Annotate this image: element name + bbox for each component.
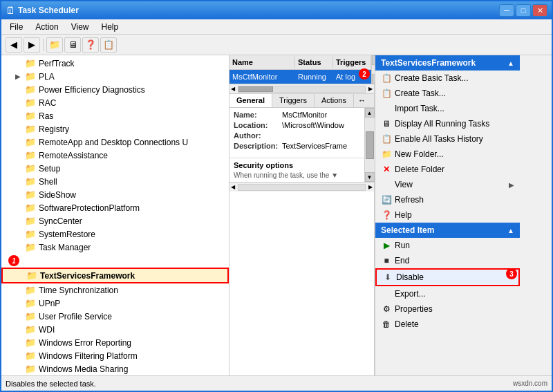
menu-file[interactable]: File <box>4 21 28 33</box>
tab-general[interactable]: General <box>229 94 272 107</box>
detail-row-desc: Description: TextServicesFrame <box>234 142 360 150</box>
security-title: Security options <box>234 161 360 169</box>
tab-more[interactable]: ↔ <box>354 94 370 107</box>
hscroll-right[interactable]: ▶ <box>367 86 374 92</box>
tree-item[interactable]: 📁 Time Synchronization <box>1 283 229 297</box>
tree-item[interactable]: 📁 Windows Filtering Platform <box>1 349 229 362</box>
detail-hscroll[interactable]: ◀ ▶ <box>229 182 374 192</box>
menu-view[interactable]: View <box>66 21 95 33</box>
tree-item-textservices[interactable]: 📁 TextServicesFramework <box>1 268 229 283</box>
help-button[interactable]: ❓ <box>82 37 99 53</box>
screen-button[interactable]: 🖥 <box>64 37 81 53</box>
vscroll-track[interactable] <box>365 118 375 172</box>
hscroll-track[interactable] <box>238 184 366 191</box>
tree-item[interactable]: 📁 WDI <box>1 323 229 336</box>
tree-item[interactable]: 📁 UPnP <box>1 297 229 310</box>
action-icon-run: ▶ <box>381 240 392 251</box>
collapse-icon-2[interactable]: ▲ <box>507 227 514 234</box>
tree-item[interactable]: 📁 Task Manager <box>1 241 229 254</box>
action-icon-view <box>381 179 392 190</box>
folder-icon: 📁 <box>25 150 36 160</box>
detail-fields: Name: MsCtfMonitor Location: \Microsoft\… <box>229 108 364 182</box>
tree-item-label: SystemRestore <box>39 230 95 239</box>
folder-icon: 📁 <box>25 176 36 187</box>
tree-item[interactable]: 📁 Windows Error Reporting <box>1 336 229 349</box>
folder-icon: 📁 <box>25 298 36 308</box>
tree-item[interactable]: 📁 Windows Media Sharing <box>1 362 229 375</box>
vscroll-down[interactable]: ▼ <box>365 172 375 182</box>
folder-button[interactable]: 📁 <box>46 37 63 53</box>
action-end[interactable]: ■ End <box>375 253 520 268</box>
action-new-folder[interactable]: 📁 New Folder... <box>375 147 520 162</box>
tree-item[interactable]: 📁 Power Efficiency Diagnostics <box>1 83 229 96</box>
folder-icon: 📁 <box>25 97 36 108</box>
action-create-basic[interactable]: 📋 Create Basic Task... <box>375 71 520 86</box>
col-name: Name <box>229 57 295 68</box>
action-create-task[interactable]: 📋 Create Task... <box>375 86 520 101</box>
tree-item[interactable]: 📁 RemoteAssistance <box>1 149 229 162</box>
detail-value-name: MsCtfMonitor <box>282 111 327 119</box>
tab-bar: General Triggers Actions ↔ <box>229 94 374 108</box>
minimize-button[interactable]: ─ <box>499 4 514 17</box>
hscroll-track[interactable] <box>238 86 366 93</box>
hscroll-right[interactable]: ▶ <box>367 184 374 190</box>
action-delete-folder[interactable]: ✕ Delete Folder <box>375 162 520 177</box>
folder-icon: 📁 <box>25 364 36 374</box>
tree-item-label: PerfTrack <box>39 59 75 68</box>
tree-item-label: Registry <box>39 124 69 134</box>
task-row-msctfmonitor[interactable]: MsCtfMonitor Running At log <box>229 70 371 84</box>
action-refresh[interactable]: 🔄 Refresh <box>375 192 520 207</box>
detail-row-author: Author: <box>234 131 360 140</box>
tree-item[interactable]: 📁 User Profile Service <box>1 310 229 323</box>
action-help[interactable]: ❓ Help <box>375 207 520 223</box>
close-button[interactable]: ✕ <box>532 4 547 17</box>
action-import[interactable]: Import Task... <box>375 101 520 116</box>
tree-item[interactable]: 📁 SystemRestore <box>1 227 229 241</box>
clipboard-button[interactable]: 📋 <box>100 37 117 53</box>
action-icon-properties: ⚙ <box>381 304 392 315</box>
action-view[interactable]: View ▶ <box>375 177 520 192</box>
tree-item[interactable]: 📁 SideShow <box>1 188 229 201</box>
col-triggers: Triggers <box>333 57 371 68</box>
action-export[interactable]: Export... <box>375 286 520 301</box>
action-properties[interactable]: ⚙ Properties <box>375 301 520 317</box>
tree-item-label: Shell <box>39 177 57 187</box>
tree-item[interactable]: 📁 RAC <box>1 96 229 109</box>
tree-item[interactable]: 📁 RemoteApp and Desktop Connections U <box>1 136 229 149</box>
tree-item[interactable]: 📁 SoftwareProtectionPlatform <box>1 201 229 214</box>
maximize-button[interactable]: □ <box>516 4 531 17</box>
action-display-running[interactable]: 🖥 Display All Running Tasks <box>375 116 520 131</box>
action-icon-help: ❓ <box>381 209 392 221</box>
forward-button[interactable]: ▶ <box>24 37 40 53</box>
tab-triggers[interactable]: Triggers <box>272 94 315 107</box>
back-button[interactable]: ◀ <box>6 37 22 53</box>
folder-icon: 📁 <box>25 163 36 174</box>
tree-item[interactable]: 📁 Setup <box>1 162 229 175</box>
action-delete[interactable]: 🗑 Delete <box>375 317 520 332</box>
action-enable-history[interactable]: 📋 Enable All Tasks History <box>375 131 520 147</box>
hscroll-left[interactable]: ◀ <box>229 86 236 92</box>
collapse-icon[interactable]: ▲ <box>507 59 514 67</box>
hscroll-left[interactable]: ◀ <box>229 184 236 190</box>
vscroll-thumb[interactable] <box>366 131 374 159</box>
menu-action[interactable]: Action <box>30 21 64 33</box>
detail-vscroll[interactable]: ▲ ▼ <box>364 108 374 182</box>
tree-item[interactable]: 📁 SyncCenter <box>1 214 229 227</box>
tab-actions[interactable]: Actions <box>315 94 354 107</box>
tree-item[interactable]: ▶ 📁 PLA <box>1 70 229 83</box>
detail-content: Name: MsCtfMonitor Location: \Microsoft\… <box>229 108 374 182</box>
tree-item[interactable]: 📁 PerfTrack <box>1 57 229 70</box>
hscroll-thumb[interactable] <box>238 86 273 92</box>
tree-item[interactable]: 📁 Ras <box>1 109 229 122</box>
tree-item[interactable]: 📁 Registry <box>1 122 229 136</box>
action-icon-delete: 🗑 <box>381 319 392 330</box>
task-list-hscroll[interactable]: ◀ ▶ <box>229 84 374 93</box>
vscroll-up[interactable]: ▲ <box>365 108 375 118</box>
actions-section1-label: TextServicesFramework <box>381 58 476 68</box>
action-disable[interactable]: 3 ⬇ Disable <box>375 268 520 286</box>
menu-help[interactable]: Help <box>96 21 124 33</box>
action-run[interactable]: ▶ Run <box>375 238 520 253</box>
detail-label-name: Name: <box>234 111 282 119</box>
tree-item[interactable]: 📁 Shell <box>1 175 229 188</box>
detail-value-location: \Microsoft\Window <box>282 121 344 129</box>
